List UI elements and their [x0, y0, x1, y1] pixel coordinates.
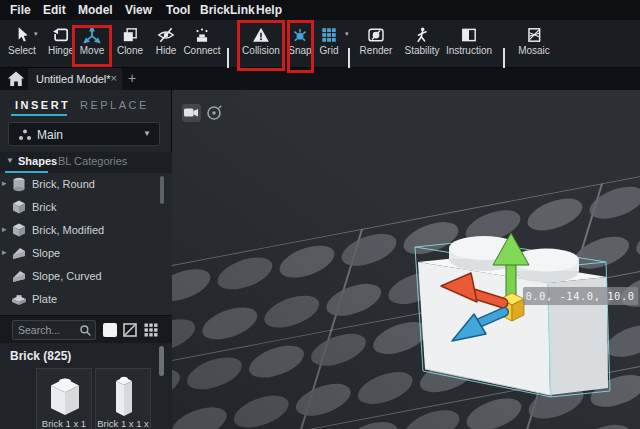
menu-help[interactable]: Help — [256, 3, 282, 17]
clone-icon — [121, 26, 139, 44]
category-brick-round[interactable]: ▸ Brick, Round — [0, 173, 172, 196]
search-row — [0, 315, 172, 343]
insert-active-underline — [11, 114, 67, 116]
thumbnail-view-icon[interactable] — [143, 322, 159, 338]
viewport-canvas: 0.0, -14.0, 10.0 — [172, 90, 640, 429]
stability-figure-icon — [413, 26, 431, 44]
highlight-box-collision — [237, 20, 285, 71]
search-icon — [79, 324, 92, 337]
part-thumbnail-brick-1x1x3[interactable]: Brick 1 x 1 x — [95, 368, 151, 429]
model-selector-value: Main — [37, 128, 63, 142]
expand-chevron-icon[interactable]: ▸ — [2, 224, 7, 234]
search-input[interactable] — [18, 323, 78, 337]
brick-1x1x3-image — [104, 374, 144, 418]
category-tabs-header: ▼ Shapes BL Categories — [0, 152, 172, 173]
parts-results-panel: Brick (825) Brick 1 x 1 — [0, 343, 172, 429]
tab-title: Untitled Model* — [36, 73, 111, 85]
search-box — [12, 320, 96, 340]
camera-icon — [183, 106, 200, 120]
connect-icon — [193, 26, 211, 44]
grid-icon — [320, 26, 338, 44]
model-selector-dropdown[interactable]: Main ▼ — [8, 122, 160, 146]
parts-scrollbar[interactable] — [159, 346, 164, 376]
highlight-box-move — [72, 25, 112, 67]
coordinates-tooltip: 0.0, -14.0, 10.0 — [523, 287, 638, 305]
part-thumbnail-brick-1x1[interactable]: Brick 1 x 1 — [36, 368, 92, 429]
tab-insert[interactable]: INSERT — [15, 99, 70, 111]
select-cursor-icon — [13, 26, 31, 44]
expand-chevron-icon[interactable]: ▸ — [2, 247, 7, 257]
camera-view-button[interactable] — [182, 104, 201, 122]
menu-edit[interactable]: Edit — [43, 3, 66, 17]
studio-app-window: File Edit Model View Tool BrickLink Help… — [0, 0, 640, 429]
part-label: Brick 1 x 1 x — [96, 418, 150, 429]
part-label: Brick 1 x 1 — [37, 418, 91, 429]
collapse-caret-icon[interactable]: ▼ — [6, 156, 14, 165]
mosaic-label: Mosaic — [506, 45, 562, 56]
mosaic-button[interactable]: Mosaic — [506, 24, 562, 66]
category-slope[interactable]: ▸ Slope — [0, 242, 172, 265]
category-scrollbar[interactable] — [160, 176, 164, 204]
tab-close-icon[interactable]: × — [111, 72, 117, 84]
cylinder-brick-icon — [11, 176, 27, 192]
parts-sidebar: INSERT REPLACE Main ▼ ▼ Shapes BL Catego… — [0, 90, 172, 429]
orbit-icon — [205, 104, 223, 122]
menu-bricklink[interactable]: BrickLink — [200, 3, 255, 17]
connect-tool-label: Connect — [174, 45, 230, 56]
home-icon[interactable] — [6, 70, 26, 88]
chevron-down-icon: ▼ — [143, 129, 151, 138]
category-brick[interactable]: Brick — [0, 196, 172, 219]
brick-1x1-image — [45, 374, 85, 418]
plate-icon — [11, 291, 27, 307]
hide-eye-icon — [157, 26, 175, 44]
category-slope-curved[interactable]: Slope, Curved — [0, 265, 172, 288]
menu-tool[interactable]: Tool — [166, 3, 190, 17]
menu-view[interactable]: View — [125, 3, 152, 17]
highlight-box-snap — [287, 20, 314, 73]
slope-curved-icon — [11, 268, 27, 284]
tab-shapes[interactable]: Shapes — [18, 155, 57, 167]
category-plate[interactable]: Plate — [0, 288, 172, 311]
mosaic-icon — [525, 26, 543, 44]
instruction-label: Instruction — [441, 45, 497, 56]
instruction-book-icon — [460, 26, 478, 44]
new-tab-button[interactable]: + — [128, 70, 136, 86]
render-icon — [367, 26, 385, 44]
parts-group-header: Brick (825) — [10, 349, 71, 363]
menu-model[interactable]: Model — [78, 3, 113, 17]
brick-icon — [11, 199, 27, 215]
color-swatch-white[interactable] — [103, 323, 117, 337]
tab-untitled-model[interactable]: Untitled Model* × — [28, 68, 122, 90]
no-color-icon[interactable] — [123, 323, 137, 337]
viewport-3d[interactable]: 0.0, -14.0, 10.0 — [172, 90, 640, 429]
instruction-button[interactable]: Instruction — [441, 24, 497, 66]
expand-chevron-icon[interactable]: ▸ — [2, 178, 7, 188]
coordinates-text: 0.0, -14.0, 10.0 — [525, 290, 634, 302]
category-brick-modified[interactable]: ▸ Brick, Modified — [0, 219, 172, 242]
slope-icon — [11, 245, 27, 261]
model-icon — [17, 128, 33, 142]
connect-tool-button[interactable]: Connect — [174, 24, 230, 66]
menu-bar: File Edit Model View Tool BrickLink Help — [0, 0, 640, 20]
category-list: ▸ Brick, Round Brick ▸ Brick, Modified ▸… — [0, 173, 172, 315]
brick-icon — [11, 222, 27, 238]
orbit-mode-button[interactable] — [205, 104, 223, 122]
menu-file[interactable]: File — [10, 3, 31, 17]
tab-replace[interactable]: REPLACE — [80, 99, 149, 111]
document-tab-bar: Untitled Model* × + — [0, 68, 640, 90]
tab-bl-categories[interactable]: BL Categories — [58, 155, 127, 167]
